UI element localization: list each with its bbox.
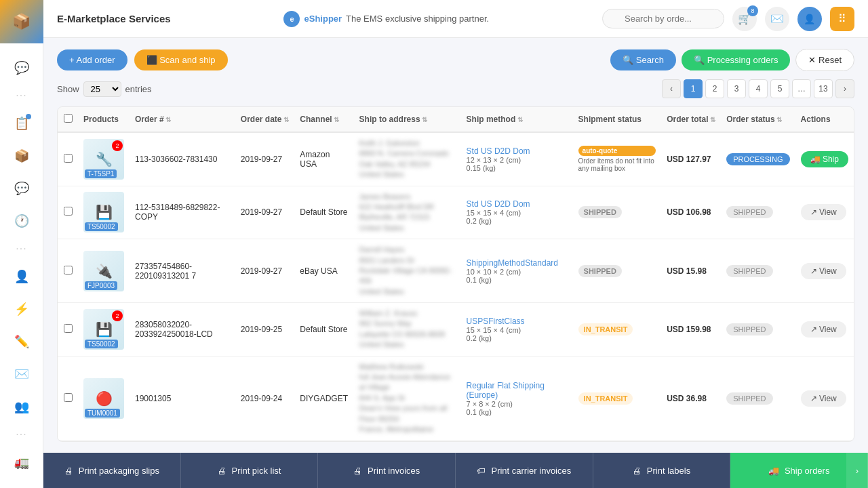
order-status-badge: SHIPPED — [726, 265, 772, 277]
row-checkbox[interactable] — [64, 154, 73, 163]
order-status-badge: SHIPPED — [726, 206, 772, 218]
page-2-btn[interactable]: 2 — [705, 79, 724, 98]
header-channel[interactable]: Channel — [294, 107, 353, 132]
header-ship-address[interactable]: Ship to address — [354, 107, 461, 132]
carrier-invoices-btn[interactable]: 🏷 Print carrier invoices — [456, 453, 593, 488]
next-page-btn[interactable]: › — [835, 79, 854, 98]
shipment-status-cell: SHIPPED — [573, 186, 662, 239]
row-checkbox[interactable] — [64, 266, 73, 274]
print-packaging-label: Print packaging slips — [79, 466, 159, 476]
page-1-btn[interactable]: 1 — [684, 79, 703, 98]
shipping-icon: 🚛 — [14, 455, 29, 470]
page-3-btn[interactable]: 3 — [727, 79, 746, 98]
channel-cell: eBay USA — [294, 441, 353, 442]
messages-btn[interactable]: ✉️ — [765, 7, 789, 31]
sidebar-item-grid[interactable]: ⚡ — [8, 296, 35, 323]
eshipper-logo-icon: e — [283, 11, 300, 27]
user-avatar-btn[interactable]: 👤 — [797, 7, 822, 31]
select-all-checkbox[interactable] — [64, 114, 73, 123]
pagination: ‹ 1 2 3 4 5 … 13 › — [662, 79, 854, 98]
header-ship-method[interactable]: Ship method — [461, 107, 573, 132]
order-total-cell: USD 106.98 — [661, 186, 721, 239]
action-right: 🔍 Search 🔍 Processing orders ✕ Reset — [610, 49, 854, 71]
ship-weight: 0.15 (kg) — [467, 164, 568, 172]
product-icon: 💾 — [96, 321, 113, 338]
sidebar-item-tasks[interactable]: ✏️ — [8, 328, 35, 355]
ship-action-btn[interactable]: 🚚 Ship — [801, 151, 848, 167]
product-label: TS50002 — [85, 340, 118, 348]
ship-method-cell: Std US D2D Dom 15 × 15 × 4 (cm) 0.2 (kg) — [461, 186, 573, 239]
print-pick-btn[interactable]: 🖨 Print pick list — [181, 453, 319, 488]
address-cell: Darrell Hayes8501 Landers DrRockdale Vil… — [354, 239, 461, 303]
print-labels-label: Print labels — [647, 466, 690, 476]
user-icon: 👤 — [804, 14, 815, 24]
channel: DIYGADGET — [300, 394, 348, 403]
channel-cell: DIYGADGET — [294, 356, 353, 441]
product-cell: 🔌 FJP0003 — [78, 239, 130, 303]
sidebar-item-chat[interactable]: 💬 — [8, 54, 35, 81]
actions-cell: ↗ View — [795, 186, 854, 239]
reset-button[interactable]: ✕ Reset — [795, 49, 854, 71]
header-order-status[interactable]: Order status — [721, 107, 795, 132]
page-13-btn[interactable]: 13 — [814, 79, 833, 98]
view-action-btn[interactable]: ↗ View — [801, 263, 846, 279]
app-logo[interactable]: 📦 — [0, 0, 43, 43]
header-actions: Actions — [795, 107, 854, 132]
order-status-cell: SHIPPED — [721, 303, 795, 357]
row-checkbox-cell — [58, 356, 78, 441]
sidebar-item-messages[interactable]: 💬 — [8, 175, 35, 202]
print-invoices-btn[interactable]: 🖨 Print invoices — [318, 453, 456, 488]
tasks-icon: ✏️ — [14, 334, 29, 349]
table-controls: Show 25 50 100 entries ‹ 1 2 3 4 5 … 13 … — [57, 79, 854, 98]
view-action-btn[interactable]: ↗ View — [801, 321, 846, 338]
order-num-cell: 19001305 — [130, 356, 235, 441]
header-order-date[interactable]: Order date — [235, 107, 294, 132]
ship-method-name: Regular Flat Shipping (Europe) — [467, 381, 568, 400]
order-number: 113-3036602-7831430 — [135, 155, 217, 164]
page-4-btn[interactable]: 4 — [749, 79, 768, 98]
channel-cell: Default Store — [294, 303, 353, 357]
view-action-btn[interactable]: ↗ View — [801, 204, 846, 220]
row-checkbox[interactable] — [64, 207, 73, 216]
sidebar-item-users[interactable]: 👤 — [8, 263, 35, 290]
product-label: TUM0001 — [85, 409, 120, 418]
print-labels-icon: 🖨 — [633, 466, 642, 476]
sidebar-item-team[interactable]: 👥 — [8, 393, 35, 420]
order-num-cell: 283058031988-2038911795018 — [130, 441, 235, 442]
header-order-total[interactable]: Order total — [661, 107, 721, 132]
search-button[interactable]: 🔍 Search — [610, 49, 676, 70]
eshipper-name: eShipper — [304, 14, 342, 24]
sidebar-item-orders[interactable]: 📋 — [8, 110, 35, 137]
app-title: E-Marketplace Services — [57, 13, 171, 24]
print-labels-btn[interactable]: 🖨 Print labels — [593, 453, 731, 488]
status-badge: auto-quote — [578, 146, 656, 156]
product-image: 2 💾 TS50002 — [83, 309, 124, 350]
row-checkbox[interactable] — [64, 393, 73, 402]
ship-method-name: Std US D2D Dom — [467, 146, 568, 156]
prev-page-btn[interactable]: ‹ — [662, 79, 681, 98]
ship-dimensions: 15 × 15 × 4 (cm) — [467, 326, 568, 334]
inventory-icon: 📦 — [14, 148, 29, 163]
header-order-num[interactable]: Order # — [130, 107, 235, 132]
ship-orders-icon: 🚚 — [768, 466, 779, 476]
print-packaging-btn[interactable]: 🖨 Print packaging slips — [43, 453, 181, 488]
grid-menu-btn[interactable]: ⠿ — [830, 7, 854, 31]
notifications-btn[interactable]: 🛒 8 — [732, 7, 757, 31]
view-action-btn[interactable]: ↗ View — [801, 390, 846, 407]
status-badge: SHIPPED — [578, 265, 622, 277]
order-total: USD 127.97 — [667, 155, 711, 164]
sidebar-dots-3: ··· — [16, 426, 26, 443]
sidebar-item-mail[interactable]: ✉️ — [8, 361, 35, 388]
sidebar-item-inventory[interactable]: 📦 — [8, 142, 35, 169]
entries-select[interactable]: 25 50 100 — [83, 81, 121, 97]
search-input[interactable] — [602, 9, 724, 28]
add-order-button[interactable]: + Add order — [57, 49, 127, 70]
processing-orders-button[interactable]: 🔍 Processing orders — [682, 49, 790, 70]
auto-quote-note: Order items do not fit into any mailing … — [578, 157, 656, 172]
sidebar-item-shipping[interactable]: 🚛 — [8, 449, 35, 476]
page-5-btn[interactable]: 5 — [770, 79, 789, 98]
sidebar-item-history[interactable]: 🕐 — [8, 207, 35, 235]
row-checkbox[interactable] — [64, 324, 73, 333]
bottom-arrow-btn[interactable]: › — [846, 453, 868, 488]
scan-ship-button[interactable]: ⬛ Scan and ship — [134, 49, 228, 70]
